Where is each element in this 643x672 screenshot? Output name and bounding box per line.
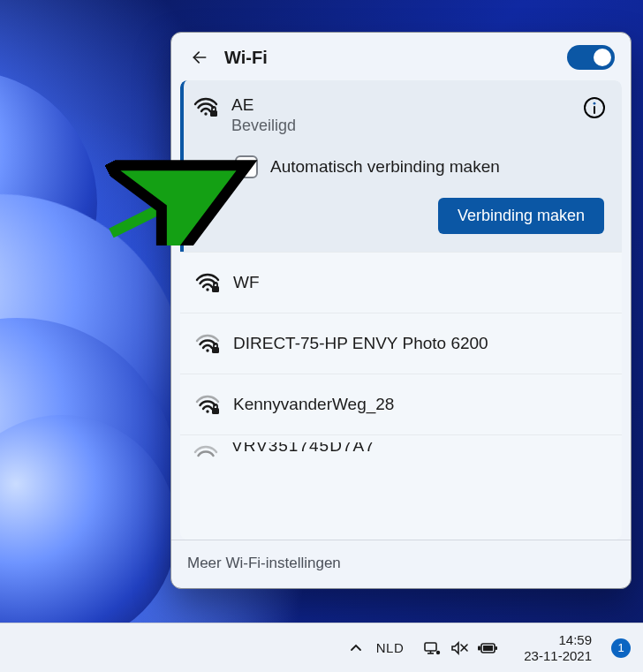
network-texts: AE Beveiligd — [231, 94, 296, 136]
panel-title: Wi-Fi — [224, 48, 268, 68]
network-name: WF — [233, 272, 260, 293]
svg-rect-21 — [483, 646, 493, 651]
battery-charging-icon — [478, 641, 499, 655]
network-item-partial[interactable]: VRV351745D7A7 — [180, 434, 622, 464]
wifi-secure-icon — [194, 394, 221, 417]
volume-muted-icon — [450, 640, 469, 656]
info-icon[interactable] — [583, 96, 606, 119]
network-name: VRV351745D7A7 — [231, 442, 375, 457]
taskbar-date: 23-11-2021 — [524, 648, 592, 664]
svg-rect-7 — [212, 286, 219, 292]
connect-button[interactable]: Verbinding maken — [438, 198, 604, 234]
svg-rect-20 — [495, 646, 498, 650]
wifi-flyout-panel: Wi-Fi AE Be — [170, 32, 632, 589]
network-item[interactable]: WF — [180, 252, 622, 313]
network-item[interactable]: DIRECT-75-HP ENVY Photo 6200 — [180, 313, 622, 374]
panel-footer: Meer Wi-Fi-instellingen — [171, 540, 631, 588]
wifi-secure-icon — [193, 96, 219, 119]
svg-point-10 — [206, 410, 208, 412]
network-name: DIRECT-75-HP ENVY Photo 6200 — [233, 333, 488, 354]
svg-rect-9 — [212, 347, 219, 353]
svg-point-8 — [206, 349, 208, 351]
auto-connect-label: Automatisch verbinding maken — [270, 157, 500, 177]
svg-rect-2 — [210, 110, 217, 117]
network-name: KennyvanderWeg_28 — [233, 394, 394, 415]
network-icon — [423, 640, 441, 656]
language-indicator[interactable]: NLD — [376, 640, 405, 655]
wifi-secure-icon — [194, 333, 221, 356]
svg-point-1 — [204, 112, 207, 115]
network-item-selected[interactable]: AE Beveiligd Automatisch verbinding make… — [180, 80, 622, 252]
svg-rect-11 — [212, 408, 219, 414]
svg-point-6 — [206, 288, 208, 291]
more-wifi-settings-link[interactable]: Meer Wi-Fi-instellingen — [187, 555, 615, 572]
taskbar-time: 14:59 — [524, 632, 592, 648]
network-item[interactable]: KennyvanderWeg_28 — [180, 374, 622, 434]
chevron-up-icon — [350, 642, 362, 654]
svg-point-4 — [594, 102, 596, 105]
auto-connect-row: Automatisch verbinding maken — [235, 155, 608, 178]
network-sound-battery-group[interactable] — [416, 637, 506, 660]
back-button[interactable] — [187, 45, 212, 70]
svg-point-16 — [436, 650, 440, 653]
taskbar: NLD 14:59 23-11-2021 1 — [0, 623, 643, 672]
svg-rect-22 — [478, 646, 480, 650]
wifi-toggle[interactable] — [567, 45, 615, 70]
taskbar-clock[interactable]: 14:59 23-11-2021 — [524, 632, 592, 664]
panel-header: Wi-Fi — [171, 33, 631, 80]
network-name: AE — [231, 94, 296, 116]
network-status: Beveiligd — [231, 116, 296, 136]
notification-badge[interactable]: 1 — [611, 638, 631, 658]
auto-connect-checkbox[interactable] — [235, 155, 258, 178]
toggle-knob — [594, 49, 611, 66]
tray-overflow-button[interactable] — [348, 640, 364, 656]
wifi-secure-icon — [194, 272, 221, 295]
wifi-secure-icon — [193, 444, 219, 467]
system-tray: NLD 14:59 23-11-2021 1 — [348, 632, 631, 664]
arrow-left-icon — [191, 49, 208, 66]
svg-rect-13 — [425, 643, 436, 651]
network-list: AE Beveiligd Automatisch verbinding make… — [180, 80, 622, 540]
